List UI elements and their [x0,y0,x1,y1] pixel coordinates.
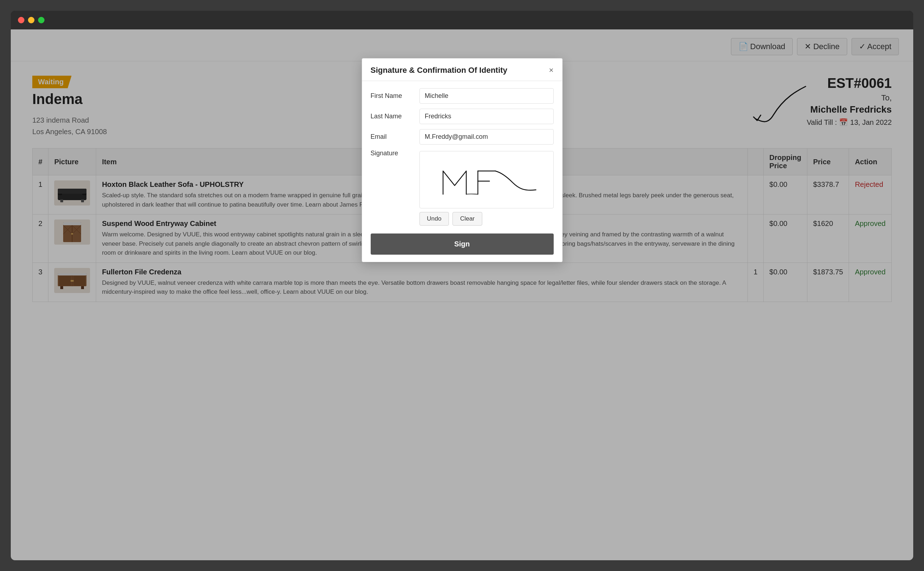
last-name-row: Last Name [371,109,554,124]
last-name-label: Last Name [371,113,414,120]
modal-body: First Name Last Name Email [362,81,562,262]
close-button[interactable] [18,17,25,23]
titlebar [11,11,913,29]
modal-title: Signature & Confirmation Of Identity [371,66,507,75]
signature-row: Signature [371,150,554,225]
first-name-label: First Name [371,92,414,100]
first-name-row: First Name [371,88,554,103]
last-name-input[interactable] [419,109,554,124]
sign-button[interactable]: Sign [371,233,554,255]
email-row: Email [371,129,554,145]
modal-header: Signature & Confirmation Of Identity × [362,59,562,81]
clear-button[interactable]: Clear [453,212,482,225]
minimize-button[interactable] [28,17,34,23]
undo-button[interactable]: Undo [419,212,449,225]
email-input[interactable] [419,129,554,145]
signature-modal: Signature & Confirmation Of Identity × F… [362,58,562,262]
email-label: Email [371,133,414,140]
maximize-button[interactable] [38,17,45,23]
signature-svg [420,151,553,208]
signature-controls: Undo Clear [419,212,554,225]
first-name-input[interactable] [419,88,554,103]
signature-label: Signature [371,150,414,157]
modal-overlay: Signature & Confirmation Of Identity × F… [11,29,913,560]
content-area: 📄 Download ✕ Decline ✓ Accept Waiting In… [11,29,913,560]
signature-canvas-area[interactable] [419,151,554,208]
signature-container: Undo Clear [419,150,554,225]
window: 📄 Download ✕ Decline ✓ Accept Waiting In… [11,11,913,560]
modal-close-button[interactable]: × [549,66,554,75]
